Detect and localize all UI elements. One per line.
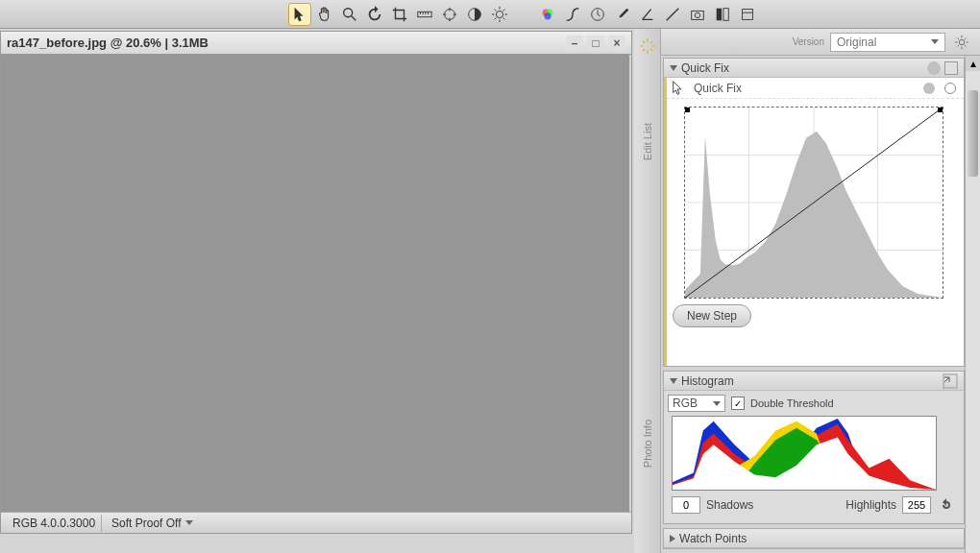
expand-icon[interactable] [943, 373, 958, 389]
line-tool[interactable] [661, 3, 684, 26]
svg-rect-11 [717, 8, 722, 20]
top-toolbar [0, 0, 980, 29]
burst-icon [638, 36, 657, 56]
zoom-tool[interactable] [338, 3, 361, 26]
quick-fix-title: Quick Fix [681, 61, 923, 75]
version-row: Version Original [661, 29, 980, 56]
chevron-right-icon [670, 535, 675, 542]
curve-tool[interactable] [561, 3, 584, 26]
window-controls: – □ × [566, 36, 625, 51]
scroll-thumb[interactable] [968, 90, 978, 177]
histogram-title: Histogram [681, 374, 939, 388]
document-statusbar: RGB 4.0.0.3000 Soft Proof Off [1, 512, 631, 533]
soft-proof-label: Soft Proof Off [111, 517, 181, 530]
step-radio-icon[interactable] [944, 83, 956, 94]
panels-tool[interactable] [711, 3, 734, 26]
quick-fix-step[interactable]: Quick Fix [667, 78, 964, 99]
svg-point-0 [344, 8, 353, 16]
shadows-input[interactable] [672, 496, 700, 514]
quick-fix-panel: Quick Fix Quick Fix [663, 58, 965, 367]
chevron-down-icon [931, 39, 939, 44]
clock-tool[interactable] [586, 3, 609, 26]
svg-rect-22 [685, 108, 690, 112]
watch-points-title: Watch Points [679, 532, 958, 545]
document-title: ra147_before.jpg @ 20.6% | 3.1MB [7, 36, 208, 50]
panel-scrollbar[interactable]: ▴ [965, 56, 980, 553]
target-tool[interactable] [438, 3, 461, 26]
svg-point-14 [959, 39, 964, 44]
rotate-tool[interactable] [363, 3, 386, 26]
minimize-button[interactable]: – [566, 36, 583, 51]
ruler-tool[interactable] [413, 3, 436, 26]
pointer-tool[interactable] [288, 3, 311, 26]
channel-value: RGB [673, 397, 698, 410]
svg-point-4 [496, 11, 502, 17]
version-value: Original [837, 36, 876, 49]
edit-list-tab[interactable]: Edit List [642, 123, 653, 160]
chevron-down-icon [670, 65, 677, 71]
curve-histogram-plot[interactable] [684, 107, 943, 299]
histogram-controls: RGB ✓ Double Threshold [668, 395, 960, 412]
version-label: Version [793, 36, 824, 47]
close-button[interactable]: × [608, 36, 625, 51]
histogram-header[interactable]: Histogram [664, 372, 964, 391]
contrast-tool[interactable] [463, 3, 486, 26]
svg-rect-12 [723, 8, 728, 20]
more-tool[interactable] [736, 3, 759, 26]
sun-tool[interactable] [488, 3, 511, 26]
soft-proof-dropdown[interactable]: Soft Proof Off [111, 517, 192, 530]
channel-dropdown[interactable]: RGB [668, 395, 725, 412]
chevron-down-icon [670, 378, 677, 384]
maximize-button[interactable]: □ [587, 36, 604, 51]
highlights-input[interactable] [902, 496, 931, 514]
cursor-icon [671, 80, 688, 97]
panels-container: Version Original Quick Fix Quick Fix [661, 29, 980, 553]
quick-fix-body: Quick Fix New Step [664, 78, 964, 366]
watch-points-panel: Watch Points [663, 528, 965, 549]
hand-tool[interactable] [313, 3, 336, 26]
scroll-up-icon[interactable]: ▴ [966, 56, 980, 71]
document-canvas[interactable] [1, 55, 629, 512]
histogram-panel: Histogram RGB ✓ Double Threshold [663, 371, 965, 524]
chevron-down-icon [185, 520, 193, 525]
angle-tool[interactable] [636, 3, 659, 26]
histogram-body: RGB ✓ Double Threshold [664, 391, 964, 523]
range-row: Shadows Highlights [672, 496, 956, 514]
right-pane: Edit List Photo Info Version Original Qu… [634, 29, 980, 553]
document-window: ra147_before.jpg @ 20.6% | 3.1MB – □ × R… [0, 31, 632, 534]
svg-point-7 [544, 12, 551, 19]
double-threshold-checkbox[interactable]: ✓ [731, 397, 745, 410]
new-step-button[interactable]: New Step [673, 304, 751, 327]
rgb-tool[interactable] [536, 3, 559, 26]
chevron-down-icon [713, 401, 721, 406]
quick-fix-step-label: Quick Fix [694, 82, 918, 95]
svg-point-10 [695, 12, 699, 17]
document-titlebar: ra147_before.jpg @ 20.6% | 3.1MB – □ × [1, 32, 631, 55]
svg-rect-13 [743, 9, 753, 19]
side-strip: Edit List Photo Info [634, 29, 661, 553]
highlights-label: Highlights [845, 498, 896, 512]
svg-rect-1 [418, 12, 431, 16]
status-profile: RGB 4.0.0.3000 [7, 515, 102, 532]
settings-button[interactable] [951, 32, 972, 53]
rgb-histogram-plot[interactable] [672, 416, 937, 491]
svg-rect-23 [938, 108, 943, 112]
quick-fix-header[interactable]: Quick Fix [664, 59, 964, 78]
double-threshold-label: Double Threshold [750, 397, 834, 409]
shadows-label: Shadows [706, 498, 753, 512]
panel-dot-icon[interactable] [927, 61, 941, 75]
version-dropdown[interactable]: Original [830, 33, 945, 52]
crop-tool[interactable] [388, 3, 411, 26]
panel-square-icon[interactable] [944, 61, 958, 75]
step-dot-icon[interactable] [923, 83, 935, 94]
brush-tool[interactable] [611, 3, 634, 26]
photo-info-tab[interactable]: Photo Info [642, 420, 653, 468]
reset-button[interactable] [937, 496, 956, 514]
watch-points-header[interactable]: Watch Points [664, 529, 964, 548]
camera-tool[interactable] [686, 3, 709, 26]
